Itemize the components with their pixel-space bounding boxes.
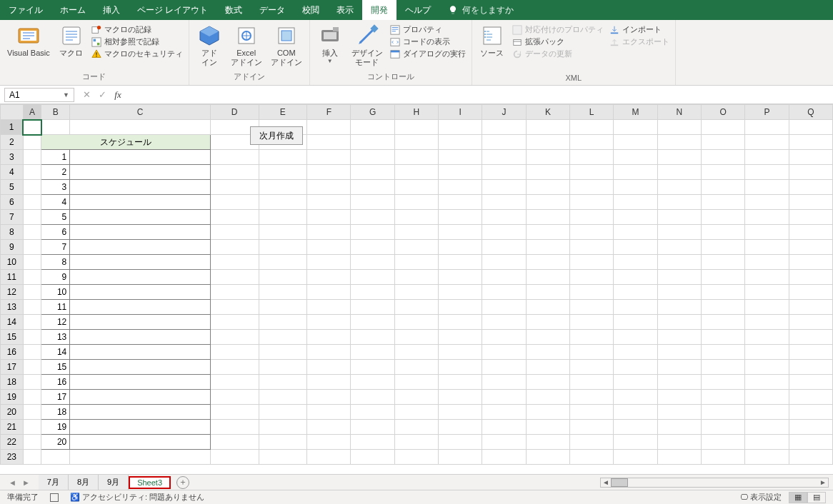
cell[interactable] <box>351 315 394 330</box>
cell[interactable] <box>439 135 482 150</box>
cell[interactable] <box>614 360 657 375</box>
row-header[interactable]: 1 <box>1 120 24 135</box>
cell[interactable] <box>23 210 41 225</box>
cell[interactable] <box>570 135 614 150</box>
cell[interactable] <box>745 450 789 465</box>
cell[interactable] <box>745 240 789 255</box>
cell[interactable] <box>701 120 744 135</box>
cell[interactable] <box>657 225 701 240</box>
cell[interactable] <box>570 450 614 465</box>
cell[interactable] <box>526 345 569 360</box>
cell[interactable] <box>210 195 259 210</box>
row-header[interactable]: 19 <box>1 390 24 405</box>
cell[interactable] <box>307 450 351 465</box>
cell[interactable] <box>23 390 41 405</box>
cell[interactable] <box>614 345 657 360</box>
cell[interactable] <box>657 210 701 225</box>
cell[interactable] <box>482 375 526 390</box>
cell[interactable] <box>482 255 526 270</box>
cell[interactable] <box>570 210 614 225</box>
cell[interactable] <box>570 240 614 255</box>
cell[interactable] <box>701 210 744 225</box>
cell[interactable] <box>307 240 351 255</box>
scroll-left-icon[interactable]: ◄ <box>601 478 611 486</box>
cell[interactable] <box>657 165 701 180</box>
next-month-button[interactable]: 次月作成 <box>250 126 303 145</box>
cell[interactable] <box>614 180 657 195</box>
cell[interactable] <box>701 330 744 345</box>
cell[interactable] <box>614 390 657 405</box>
cell[interactable] <box>307 285 351 300</box>
cell[interactable] <box>307 330 351 345</box>
schedule-number-cell[interactable]: 6 <box>41 225 70 240</box>
schedule-value-cell[interactable] <box>70 165 211 180</box>
cell[interactable] <box>210 450 259 465</box>
cell[interactable] <box>259 345 307 360</box>
cell[interactable] <box>526 420 569 435</box>
cell[interactable] <box>701 270 744 285</box>
tab-view[interactable]: 表示 <box>328 0 362 20</box>
tab-developer[interactable]: 開発 <box>362 0 396 20</box>
cell[interactable] <box>394 225 438 240</box>
row-header[interactable]: 12 <box>1 285 24 300</box>
column-header[interactable]: F <box>307 105 351 120</box>
cell[interactable] <box>570 225 614 240</box>
cell[interactable] <box>657 315 701 330</box>
cell[interactable] <box>789 195 832 210</box>
cell[interactable] <box>351 450 394 465</box>
cell[interactable] <box>23 270 41 285</box>
schedule-number-cell[interactable]: 8 <box>41 255 70 270</box>
cell[interactable] <box>259 405 307 420</box>
cell[interactable] <box>41 450 70 465</box>
cell[interactable] <box>482 210 526 225</box>
cell[interactable] <box>23 315 41 330</box>
cell[interactable] <box>570 180 614 195</box>
cell[interactable] <box>23 360 41 375</box>
cell[interactable] <box>701 360 744 375</box>
tab-review[interactable]: 校閲 <box>294 0 328 20</box>
cell[interactable] <box>789 135 832 150</box>
cell[interactable] <box>526 210 569 225</box>
cell[interactable] <box>482 315 526 330</box>
cell[interactable] <box>526 360 569 375</box>
schedule-number-cell[interactable]: 14 <box>41 345 70 360</box>
normal-view-button[interactable]: ▦ <box>789 492 807 503</box>
cell[interactable] <box>394 270 438 285</box>
tab-file[interactable]: ファイル <box>0 0 51 20</box>
cell[interactable] <box>351 210 394 225</box>
cell[interactable] <box>657 435 701 450</box>
cell[interactable] <box>657 300 701 315</box>
row-header[interactable]: 8 <box>1 225 24 240</box>
name-box[interactable]: A1 ▼ <box>4 88 74 102</box>
cell[interactable] <box>701 315 744 330</box>
cell[interactable] <box>745 120 789 135</box>
cell[interactable] <box>657 195 701 210</box>
row-header[interactable]: 11 <box>1 270 24 285</box>
cell[interactable] <box>614 435 657 450</box>
cell[interactable] <box>351 435 394 450</box>
cell[interactable] <box>526 225 569 240</box>
cell[interactable] <box>614 150 657 165</box>
cell[interactable] <box>482 165 526 180</box>
formula-input[interactable] <box>126 94 833 96</box>
insert-function-button[interactable]: fx <box>110 89 126 101</box>
column-header[interactable]: A <box>23 105 41 120</box>
cell[interactable] <box>394 180 438 195</box>
cell[interactable] <box>745 300 789 315</box>
cell[interactable] <box>614 330 657 345</box>
accessibility-status[interactable]: アクセシビリティ: 問題ありません <box>70 492 204 503</box>
cell[interactable] <box>394 195 438 210</box>
cell[interactable] <box>657 360 701 375</box>
cell[interactable] <box>745 210 789 225</box>
cell[interactable] <box>614 255 657 270</box>
cell[interactable] <box>307 150 351 165</box>
cell[interactable] <box>526 405 569 420</box>
cell[interactable] <box>614 165 657 180</box>
cell[interactable] <box>259 375 307 390</box>
cell[interactable] <box>614 210 657 225</box>
xml-source-button[interactable]: ソース <box>477 23 508 59</box>
cell[interactable] <box>657 375 701 390</box>
scroll-thumb[interactable] <box>611 478 628 487</box>
cell[interactable] <box>789 180 832 195</box>
cell[interactable] <box>745 270 789 285</box>
